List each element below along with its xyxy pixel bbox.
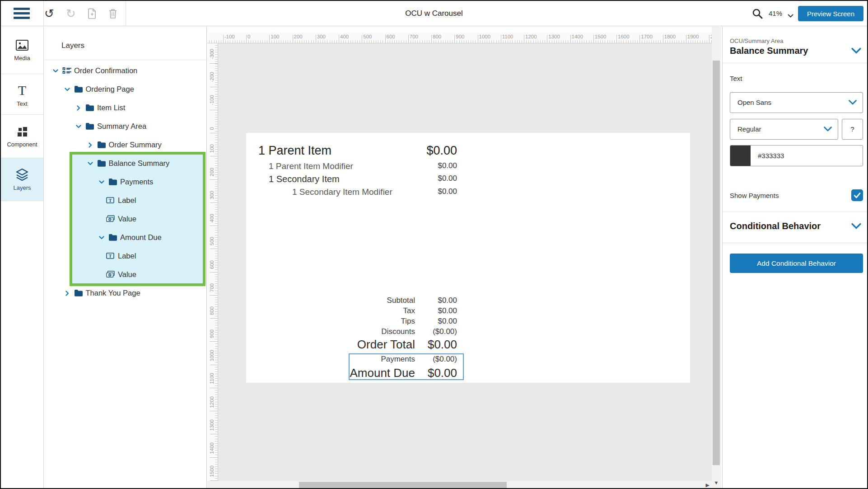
chevron-right-icon[interactable] bbox=[87, 142, 93, 148]
horizontal-scrollbar[interactable]: ▶ bbox=[207, 481, 712, 489]
add-conditional-behavior-button[interactable]: Add Conditional Behavior bbox=[730, 254, 863, 273]
total-label: Discounts bbox=[381, 327, 415, 336]
color-swatch[interactable] bbox=[730, 146, 751, 166]
zoom-search-button[interactable] bbox=[751, 8, 763, 21]
preview-screen-button[interactable]: Preview Screen bbox=[798, 6, 863, 21]
layer-label: Value bbox=[118, 265, 136, 284]
sidebar-item-label: Text bbox=[1, 100, 43, 107]
folder-icon bbox=[85, 104, 94, 112]
ruler-label: 1600 bbox=[618, 34, 630, 39]
folder-icon bbox=[108, 178, 117, 186]
layer-row-label[interactable]: TLabel bbox=[44, 247, 206, 265]
artboard[interactable]: 1 Parent Item$0.001 Parent Item Modifier… bbox=[246, 133, 690, 383]
layer-label: Amount Due bbox=[120, 228, 162, 247]
zoom-level[interactable]: 41% bbox=[769, 1, 782, 26]
layers-icon bbox=[1, 168, 43, 181]
chevron-down-icon[interactable] bbox=[64, 86, 70, 93]
sidebar-item-text[interactable]: T Text bbox=[1, 74, 43, 115]
top-toolbar: ↺ ↻ OCU w Carousel 41% Preview Screen bbox=[1, 1, 867, 26]
show-payments-checkbox[interactable] bbox=[851, 189, 863, 201]
ruler-minor-ticks bbox=[215, 43, 218, 481]
ruler-tick bbox=[210, 272, 218, 273]
collapse-section-chevron-icon[interactable] bbox=[851, 47, 862, 56]
zoom-chevron-down-icon[interactable] bbox=[788, 12, 793, 20]
scroll-down-arrow-icon[interactable]: ▼ bbox=[712, 480, 721, 485]
ruler-tick bbox=[210, 457, 218, 458]
file-plus-icon bbox=[88, 8, 97, 19]
undo-button[interactable]: ↺ bbox=[43, 7, 56, 20]
ruler-tick bbox=[547, 35, 547, 43]
layer-row-payments[interactable]: Payments bbox=[44, 173, 206, 191]
canvas-viewport[interactable]: 1 Parent Item$0.001 Parent Item Modifier… bbox=[218, 43, 712, 481]
trash-icon bbox=[108, 8, 118, 19]
ruler-label: 1500 bbox=[209, 465, 215, 477]
ruler-label: 900 bbox=[209, 329, 215, 338]
vertical-scrollbar-thumb[interactable] bbox=[713, 61, 720, 465]
layer-row-balance-summary[interactable]: Balance Summary bbox=[44, 154, 206, 173]
vertical-scrollbar[interactable]: ▼ bbox=[712, 27, 721, 489]
divider bbox=[44, 60, 206, 60]
folder-icon bbox=[108, 234, 117, 242]
ruler-tick bbox=[246, 35, 247, 43]
sidebar-item-label: Component bbox=[1, 141, 43, 148]
ruler-tick bbox=[570, 35, 571, 43]
scroll-right-arrow-icon[interactable]: ▶ bbox=[706, 481, 709, 489]
ruler-tick bbox=[524, 35, 524, 43]
layer-label: Balance Summary bbox=[109, 154, 170, 173]
ruler-tick bbox=[210, 133, 218, 133]
layer-row-value[interactable]: $Value bbox=[44, 210, 206, 228]
layer-row-order-confirmation[interactable]: Order Confirmation bbox=[44, 61, 206, 80]
chevron-down-icon[interactable] bbox=[75, 123, 82, 130]
font-weight-select[interactable]: Regular bbox=[730, 119, 838, 140]
layer-row-ordering-page[interactable]: Ordering Page bbox=[44, 80, 206, 99]
layer-row-amount-due[interactable]: Amount Due bbox=[44, 228, 206, 247]
layer-row-item-list[interactable]: Item List bbox=[44, 99, 206, 117]
ruler-label: 600 bbox=[387, 34, 395, 39]
text-color-field[interactable]: #333333 bbox=[730, 145, 863, 166]
ruler-label: 1000 bbox=[209, 350, 215, 362]
color-hex-value: #333333 bbox=[758, 146, 784, 166]
balance-row-payments: Payments($0.00) bbox=[246, 355, 690, 365]
chevron-right-icon[interactable] bbox=[75, 105, 82, 111]
component-icon bbox=[1, 126, 43, 137]
sidebar-item-component[interactable]: Component bbox=[1, 115, 43, 158]
layer-row-label[interactable]: TLabel bbox=[44, 191, 206, 210]
layer-row-summary-area[interactable]: Summary Area bbox=[44, 117, 206, 136]
delete-button[interactable] bbox=[107, 7, 119, 20]
chevron-down-icon[interactable] bbox=[87, 160, 93, 167]
tool-sidebar: Media T Text Component Layers bbox=[1, 27, 44, 489]
new-page-button[interactable] bbox=[86, 7, 98, 20]
total-row-subtotal: Subtotal$0.00 bbox=[246, 296, 690, 306]
divider bbox=[723, 243, 868, 243]
order-item-row: 1 Secondary Item$0.00 bbox=[246, 174, 690, 186]
ruler-tick bbox=[362, 35, 362, 43]
ruler-label: 500 bbox=[209, 237, 215, 245]
layer-label: Value bbox=[118, 210, 136, 228]
order-item-row: 1 Parent Item$0.00 bbox=[246, 144, 690, 160]
ruler-label: 500 bbox=[363, 34, 372, 39]
sidebar-item-media[interactable]: Media bbox=[1, 27, 43, 74]
toolbar-separator bbox=[126, 1, 126, 26]
value-icon: $ bbox=[106, 215, 115, 223]
font-help-button[interactable]: ? bbox=[842, 119, 863, 140]
chevron-down-icon[interactable] bbox=[98, 179, 105, 185]
folder-icon bbox=[85, 122, 94, 131]
layer-row-thank-you-page[interactable]: Thank You Page bbox=[44, 284, 206, 302]
chevron-down-icon[interactable] bbox=[98, 235, 105, 241]
ruler-label: 100 bbox=[271, 34, 279, 39]
order-item-text: 1 Secondary Item bbox=[269, 174, 340, 184]
collapse-section-chevron-icon[interactable] bbox=[851, 223, 862, 232]
sidebar-item-layers[interactable]: Layers bbox=[1, 158, 43, 201]
font-family-select[interactable]: Open Sans bbox=[730, 92, 863, 113]
media-icon bbox=[1, 39, 43, 51]
redo-button[interactable]: ↻ bbox=[65, 7, 77, 20]
chevron-right-icon[interactable] bbox=[64, 290, 70, 296]
hamburger-menu-icon[interactable] bbox=[14, 8, 30, 19]
layer-label: Summary Area bbox=[97, 117, 146, 136]
layer-row-order-summary[interactable]: Order Summary bbox=[44, 136, 206, 154]
layer-row-value[interactable]: $Value bbox=[44, 265, 206, 284]
ruler-tick bbox=[210, 226, 218, 226]
horizontal-scrollbar-thumb[interactable] bbox=[299, 482, 507, 488]
chevron-down-icon[interactable] bbox=[52, 68, 59, 74]
total-row-order-total: Order Total$0.00 bbox=[246, 338, 690, 353]
